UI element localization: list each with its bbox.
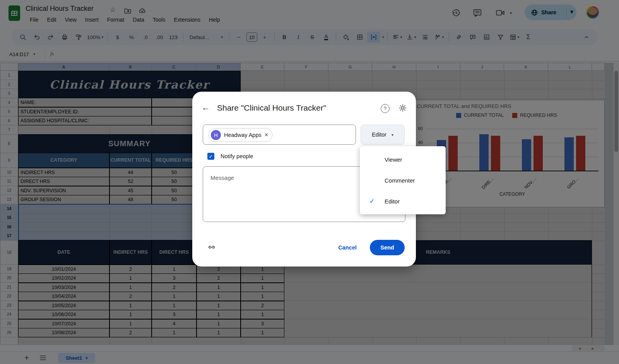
role-dropdown-label: Editor (372, 132, 386, 138)
role-caret-icon: ▾ (392, 133, 393, 137)
copy-link-icon[interactable] (207, 243, 217, 253)
role-menu-item-editor[interactable]: ✓Editor (360, 191, 446, 212)
chip-avatar: H (211, 130, 221, 140)
notify-people-checkbox[interactable]: ✓ (207, 153, 214, 160)
selected-check-icon: ✓ (369, 197, 375, 205)
role-menu-item-label: Editor (385, 198, 400, 205)
help-icon[interactable]: ? (381, 104, 390, 113)
recipients-field[interactable]: H Headway Apps × (203, 125, 356, 145)
message-placeholder: Message (210, 174, 234, 181)
role-menu-item-label: Commenter (385, 177, 415, 184)
chip-remove-icon[interactable]: × (265, 132, 268, 138)
role-dropdown-menu: ViewerCommenter✓Editor (360, 146, 446, 214)
notify-people-label: Notify people (221, 153, 253, 159)
send-button[interactable]: Send (370, 240, 405, 255)
role-dropdown-button[interactable]: Editor ▾ (361, 125, 405, 145)
role-menu-item-viewer[interactable]: Viewer (360, 149, 446, 170)
recipient-chip[interactable]: H Headway Apps × (209, 128, 272, 142)
cancel-button[interactable]: Cancel (334, 240, 361, 255)
settings-gear-icon[interactable] (398, 103, 408, 113)
back-icon[interactable]: ← (200, 102, 212, 113)
share-dialog-title: Share "Clinical Hours Tracker" (217, 103, 326, 113)
role-menu-item-label: Viewer (385, 156, 402, 163)
chip-name: Headway Apps (224, 132, 262, 138)
role-menu-item-commenter[interactable]: Commenter (360, 170, 446, 191)
